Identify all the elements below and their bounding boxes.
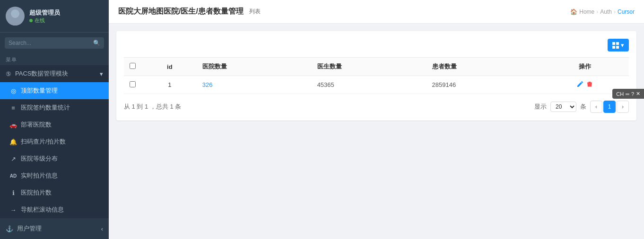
row-checkbox[interactable]: [130, 81, 136, 87]
grid-view-button[interactable]: ▾: [608, 39, 629, 51]
pagination-summary: 从 1 到 1 ，总共 1 条: [124, 102, 181, 111]
sidebar-item-user-management[interactable]: ⚓ 用户管理 ‹: [0, 220, 109, 237]
status-dot: [29, 19, 33, 22]
th-id: id: [143, 58, 197, 76]
svg-rect-2: [612, 42, 615, 45]
sidebar-item-label-hospital-sign: 医院签约数量统计: [21, 103, 70, 112]
anchor-icon: ⚓: [6, 225, 13, 232]
module-arrow-icon: ▾: [100, 70, 103, 77]
menu-icon-deploy: 🚗: [9, 121, 17, 128]
svg-point-1: [8, 19, 22, 26]
float-widget-label: CH: [616, 91, 624, 97]
sidebar-item-label-nav: 导航栏滚动信息: [21, 205, 64, 214]
breadcrumb-sep2: ›: [614, 9, 616, 15]
sidebar-item-scan-film[interactable]: 🔔 扫码查片/拍片数: [0, 133, 109, 150]
breadcrumb-sep1: ›: [596, 9, 598, 15]
breadcrumb-current: Cursor: [618, 9, 635, 15]
table-header-row: id 医院数量 医生数量 患者数量 操作: [124, 58, 629, 76]
content-card: ▾ id 医院数量 医生数量 患者数量 操作: [116, 31, 636, 120]
status-label: 在线: [35, 17, 45, 24]
sidebar-item-label-scan: 扫码查片/拍片数: [21, 137, 66, 146]
sidebar-item-deploy-hospital[interactable]: 🚗 部署医院数: [0, 116, 109, 133]
breadcrumb-icon: 🏠: [570, 9, 577, 15]
svg-rect-5: [616, 46, 619, 49]
td-patient-count: 2859146: [426, 76, 541, 94]
toolbar: ▾: [124, 39, 629, 51]
per-page-label: 条: [580, 102, 586, 111]
user-status: 在线: [29, 17, 60, 24]
next-page-button[interactable]: ›: [617, 101, 629, 113]
breadcrumb-auth: Auth: [600, 9, 612, 15]
menu-icon-nav: →: [9, 206, 17, 213]
prev-page-button[interactable]: ‹: [590, 101, 602, 113]
module-icon: ⑤: [6, 70, 11, 77]
menu-icon-realtime: AD: [9, 173, 17, 179]
float-widget[interactable]: CH ═ ? ✕: [612, 89, 644, 99]
content-area: ▾ id 医院数量 医生数量 患者数量 操作: [109, 24, 644, 239]
search-box[interactable]: 🔍: [5, 37, 104, 49]
search-input[interactable]: [9, 40, 93, 46]
svg-rect-4: [612, 46, 615, 49]
th-checkbox: [124, 58, 143, 76]
sidebar-item-top-count[interactable]: ◎ 顶部数量管理: [0, 82, 109, 99]
sidebar-item-label-user-management: 用户管理: [17, 224, 42, 233]
float-widget-close[interactable]: ✕: [636, 91, 640, 97]
page-size-select[interactable]: 10 20 50 100: [550, 102, 576, 112]
user-section: 超级管理员 在线: [0, 0, 109, 33]
menu-icon-hospital-sign: ≡: [9, 104, 17, 111]
menu-icon-scan: 🔔: [9, 138, 17, 145]
sidebar-item-hospital-sign[interactable]: ≡ 医院签约数量统计: [0, 99, 109, 116]
delete-button[interactable]: [586, 81, 593, 89]
th-doctor-count: 医生数量: [312, 58, 426, 76]
breadcrumb: 🏠 Home › Auth › Cursor: [570, 9, 635, 15]
sidebar-item-label-hospital-film: 医院拍片数: [21, 188, 52, 197]
grid-btn-arrow: ▾: [621, 42, 624, 49]
user-management-arrow-icon: ‹: [101, 225, 103, 232]
edit-button[interactable]: [577, 81, 583, 89]
table-footer: 从 1 到 1 ，总共 1 条 显示 10 20 50 100 条 ‹ 1 ›: [124, 101, 629, 113]
sidebar-item-label-level: 医院等级分布: [21, 154, 58, 163]
td-hospital-count: 326: [197, 76, 312, 94]
svg-point-0: [11, 9, 19, 18]
table-body: 1 326 45365 2859146: [124, 76, 629, 94]
module-name: PACS数据管理模块: [15, 69, 68, 78]
sidebar-item-hospital-film[interactable]: ℹ 医院拍片数: [0, 184, 109, 201]
page-1-button[interactable]: 1: [603, 101, 616, 113]
avatar: [6, 7, 25, 26]
main-content: 医院大屏地图医院/医生/患者数量管理 列表 🏠 Home › Auth › Cu…: [109, 0, 644, 239]
sidebar-item-label-top-count: 顶部数量管理: [21, 86, 58, 95]
select-all-checkbox[interactable]: [130, 63, 136, 69]
float-widget-help[interactable]: ?: [631, 91, 634, 97]
menu-label: 菜单: [0, 53, 109, 65]
sidebar-item-nav-scroll[interactable]: → 导航栏滚动信息: [0, 201, 109, 218]
sidebar-item-hospital-level[interactable]: ↗ 医院等级分布: [0, 150, 109, 167]
username: 超级管理员: [29, 9, 60, 17]
search-icon: 🔍: [93, 40, 100, 46]
td-doctor-count: 45365: [312, 76, 426, 94]
td-id: 1: [143, 76, 197, 94]
svg-rect-3: [616, 42, 619, 45]
header-left: 医院大屏地图医院/医生/患者数量管理 列表: [118, 7, 261, 17]
grid-icon: [612, 42, 619, 49]
list-badge: 列表: [249, 8, 261, 16]
module-group[interactable]: ⑤ PACS数据管理模块 ▾: [0, 65, 109, 82]
breadcrumb-home: Home: [579, 9, 594, 15]
show-label: 显示: [534, 102, 547, 111]
td-row-checkbox: [124, 76, 143, 94]
float-widget-sep: ═: [626, 91, 629, 97]
sidebar-item-realtime[interactable]: AD 实时拍片信息: [0, 167, 109, 184]
data-table: id 医院数量 医生数量 患者数量 操作 1 326 45365: [124, 57, 629, 94]
th-action: 操作: [541, 58, 629, 76]
action-icons: [547, 81, 623, 89]
sidebar-item-label-realtime: 实时拍片信息: [21, 171, 58, 180]
table-row: 1 326 45365 2859146: [124, 76, 629, 94]
page-title: 医院大屏地图医院/医生/患者数量管理: [118, 7, 244, 17]
th-hospital-count: 医院数量: [197, 58, 312, 76]
menu-icon-hospital-film: ℹ: [9, 189, 17, 196]
sidebar-item-label-deploy: 部署医院数: [21, 120, 52, 129]
sidebar: 超级管理员 在线 🔍 菜单 ⑤ PACS数据管理模块 ▾ ◎ 顶部数量管理 ≡ …: [0, 0, 109, 239]
menu-icon-level: ↗: [9, 155, 17, 162]
pagination-right: 显示 10 20 50 100 条 ‹ 1 ›: [534, 101, 629, 113]
header: 医院大屏地图医院/医生/患者数量管理 列表 🏠 Home › Auth › Cu…: [109, 0, 644, 24]
th-patient-count: 患者数量: [426, 58, 541, 76]
